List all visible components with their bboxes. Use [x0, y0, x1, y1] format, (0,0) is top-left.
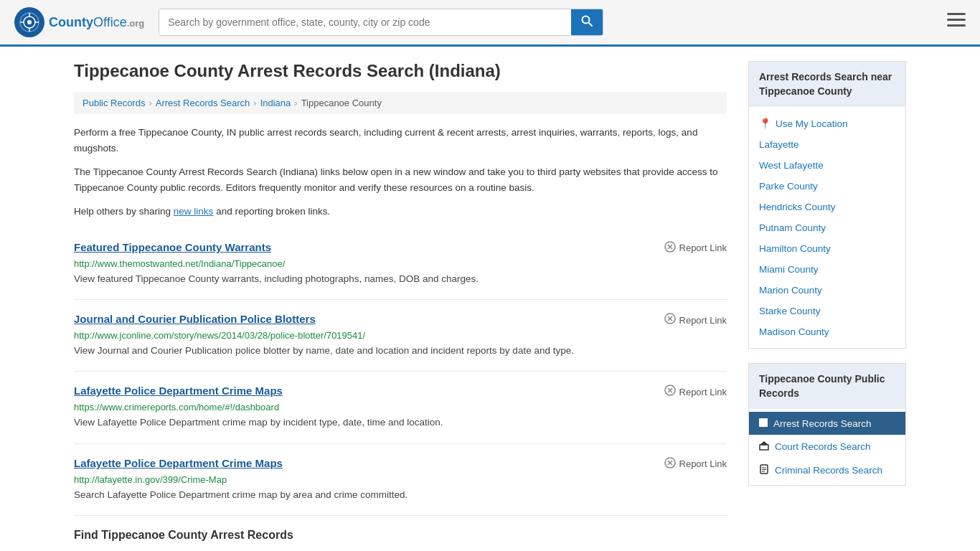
- result-url-0[interactable]: http://www.themostwanted.net/Indiana/Tip…: [74, 258, 727, 269]
- search-input[interactable]: [159, 9, 571, 35]
- svg-rect-25: [760, 445, 768, 450]
- sidebar-nearby-item-7[interactable]: Miami County: [749, 259, 905, 280]
- logo-icon: [14, 7, 44, 37]
- logo-text: CountyOffice.org: [49, 15, 144, 30]
- sidebar-public-title: Tippecanoe County Public Records: [749, 364, 905, 409]
- nearby-link-1[interactable]: Lafayette: [759, 139, 799, 150]
- description-3: Help others by sharing new links and rep…: [74, 204, 727, 220]
- desc-3-suffix: and reporting broken links.: [216, 206, 330, 217]
- result-title-0[interactable]: Featured Tippecanoe County Warrants: [74, 241, 271, 253]
- svg-rect-10: [947, 19, 966, 21]
- result-desc-2: View Lafayette Police Department crime m…: [74, 415, 727, 430]
- sidebar-nearby-item-4[interactable]: Hendricks County: [749, 197, 905, 217]
- svg-point-2: [27, 20, 32, 24]
- svg-rect-9: [947, 13, 966, 15]
- sidebar-nearby-item-5[interactable]: Putnam County: [749, 217, 905, 238]
- breadcrumb-sep-1: ›: [149, 98, 151, 108]
- result-title-3[interactable]: Lafayette Police Department Crime Maps: [74, 457, 283, 469]
- sidebar-public: Tippecanoe County Public Records Arrest …: [748, 363, 906, 486]
- sidebar-public-item-0[interactable]: Arrest Records Search: [749, 412, 905, 435]
- breadcrumb-indiana[interactable]: Indiana: [260, 98, 291, 108]
- logo-county-text: County: [49, 15, 93, 29]
- breadcrumb: Public Records › Arrest Records Search ›…: [74, 92, 727, 114]
- svg-marker-26: [760, 441, 768, 445]
- nearby-link-5[interactable]: Putnam County: [759, 222, 826, 233]
- find-heading: Find Tippecanoe County Arrest Records: [74, 516, 727, 542]
- sidebar-public-item-2[interactable]: Criminal Records Search: [749, 458, 905, 482]
- result-title-1[interactable]: Journal and Courier Publication Police B…: [74, 313, 316, 325]
- report-link-1[interactable]: Report Link: [664, 313, 727, 327]
- svg-line-8: [589, 23, 593, 27]
- logo[interactable]: CountyOffice.org: [14, 7, 144, 37]
- result-item-0: Featured Tippecanoe County Warrants Repo…: [74, 228, 727, 300]
- location-icon: 📍: [759, 118, 771, 129]
- sidebar-nearby-item-2[interactable]: West Lafayette: [749, 155, 905, 176]
- nearby-link-7[interactable]: Miami County: [759, 264, 819, 275]
- sidebar-nearby-item-3[interactable]: Parke County: [749, 176, 905, 197]
- result-title-2[interactable]: Lafayette Police Department Crime Maps: [74, 385, 283, 397]
- result-url-1[interactable]: http://www.jconline.com/story/news/2014/…: [74, 330, 727, 341]
- results-list: Featured Tippecanoe County Warrants Repo…: [74, 228, 727, 516]
- sidebar-nearby-title: Arrest Records Search near Tippecanoe Co…: [749, 62, 905, 107]
- sidebar-public-list: Arrest Records Search Court Records Sear…: [749, 409, 905, 485]
- report-link-2[interactable]: Report Link: [664, 385, 727, 399]
- report-link-0[interactable]: Report Link: [664, 241, 727, 255]
- report-link-3[interactable]: Report Link: [664, 457, 727, 471]
- result-url-3[interactable]: http://lafayette.in.gov/399/Crime-Map: [74, 474, 727, 485]
- nearby-link-0[interactable]: Use My Location: [776, 118, 848, 129]
- description-2: The Tippecanoe County Arrest Records Sea…: [74, 164, 727, 195]
- nearby-link-8[interactable]: Marion County: [759, 285, 822, 296]
- page-title: Tippecanoe County Arrest Records Search …: [74, 61, 727, 81]
- result-item-1: Journal and Courier Publication Police B…: [74, 300, 727, 372]
- sidebar-public-link-1[interactable]: Court Records Search: [775, 441, 871, 452]
- breadcrumb-sep-3: ›: [294, 98, 297, 108]
- nearby-link-6[interactable]: Hamilton County: [759, 243, 831, 254]
- sidebar-nearby-list: 📍Use My LocationLafayetteWest LafayetteP…: [749, 107, 905, 348]
- nearby-link-10[interactable]: Madison County: [759, 326, 829, 337]
- breadcrumb-sep-2: ›: [253, 98, 256, 108]
- breadcrumb-tippecanoe: Tippecanoe County: [301, 98, 382, 108]
- nearby-link-4[interactable]: Hendricks County: [759, 202, 836, 212]
- report-icon-1: [664, 313, 676, 327]
- sidebar-nearby-item-9[interactable]: Starke County: [749, 301, 905, 321]
- result-desc-0: View featured Tippecanoe County warrants…: [74, 272, 727, 286]
- nearby-link-2[interactable]: West Lafayette: [759, 160, 824, 171]
- sidebar-nearby-item-0[interactable]: 📍Use My Location: [749, 113, 905, 134]
- sidebar-public-icon-2: [759, 464, 769, 476]
- report-icon-3: [664, 457, 676, 471]
- nearby-link-9[interactable]: Starke County: [759, 306, 821, 316]
- sidebar-nearby: Arrest Records Search near Tippecanoe Co…: [748, 61, 906, 349]
- sidebar-nearby-item-10[interactable]: Madison County: [749, 321, 905, 342]
- svg-rect-24: [759, 418, 768, 427]
- menu-icon[interactable]: [947, 13, 966, 32]
- report-icon-2: [664, 385, 676, 399]
- nearby-link-3[interactable]: Parke County: [759, 181, 818, 192]
- description-1: Perform a free Tippecanoe County, IN pub…: [74, 125, 727, 156]
- sidebar-nearby-item-1[interactable]: Lafayette: [749, 134, 905, 155]
- sidebar-nearby-item-8[interactable]: Marion County: [749, 280, 905, 301]
- sidebar-public-link-0[interactable]: Arrest Records Search: [773, 418, 872, 429]
- search-bar: [159, 9, 603, 36]
- sidebar-public-icon-1: [759, 441, 769, 453]
- report-icon-0: [664, 241, 676, 255]
- sidebar-public-link-2[interactable]: Criminal Records Search: [775, 465, 882, 476]
- breadcrumb-public-records[interactable]: Public Records: [83, 98, 145, 108]
- new-links-link[interactable]: new links: [174, 206, 214, 217]
- breadcrumb-arrest-records[interactable]: Arrest Records Search: [156, 98, 250, 108]
- result-item-3: Lafayette Police Department Crime Maps R…: [74, 444, 727, 516]
- result-desc-1: View Journal and Courier Publication pol…: [74, 344, 727, 358]
- search-button[interactable]: [571, 9, 603, 35]
- result-url-2[interactable]: https://www.crimereports.com/home/#!/das…: [74, 402, 727, 413]
- desc-3-prefix: Help others by sharing: [74, 206, 171, 217]
- sidebar: Arrest Records Search near Tippecanoe Co…: [748, 61, 906, 542]
- result-item-2: Lafayette Police Department Crime Maps R…: [74, 372, 727, 443]
- sidebar-public-item-1[interactable]: Court Records Search: [749, 435, 905, 458]
- svg-rect-11: [947, 24, 966, 27]
- sidebar-public-icon-0: [759, 418, 768, 429]
- result-desc-3: Search Lafayette Police Department crime…: [74, 488, 727, 502]
- sidebar-nearby-item-6[interactable]: Hamilton County: [749, 238, 905, 259]
